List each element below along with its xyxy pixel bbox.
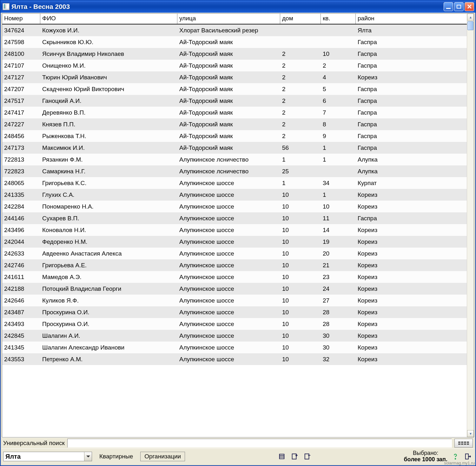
table-row[interactable]: 242188Потоцкий Владислав ГеоргиАлупкинск… bbox=[2, 283, 467, 295]
table-row[interactable]: 242646Куликов Я.Ф.Алупкинское шоссе1027К… bbox=[2, 295, 467, 306]
table-row[interactable]: 247227Князев П.П.Ай-Тодорский маяк28Гасп… bbox=[2, 118, 467, 130]
cell-street: Ай-Тодорский маяк bbox=[177, 142, 280, 154]
table-row[interactable]: 242044Федоренко Н.М.Алупкинское шоссе101… bbox=[2, 236, 467, 248]
window-title: Ялта - Весна 2003 bbox=[11, 3, 443, 10]
search-bar: Универсальный поиск bbox=[1, 437, 475, 449]
exit-icon[interactable] bbox=[463, 452, 473, 461]
table-row[interactable]: 243493Проскурина О.И.Алупкинское шоссе10… bbox=[2, 318, 467, 330]
table-row[interactable]: 722823Самаркина Н.Г.Алупкинское лсничест… bbox=[2, 165, 467, 177]
cell-street: Алупкинское шоссе bbox=[177, 295, 280, 306]
cell-number: 247207 bbox=[2, 83, 40, 95]
cell-street: Ай-Тодорский маяк bbox=[177, 83, 280, 95]
table-row[interactable]: 242845Шалагин А.И.Алупкинское шоссе1030К… bbox=[2, 330, 467, 342]
col-header-street[interactable]: улица bbox=[177, 14, 280, 24]
col-header-apartment[interactable]: кв. bbox=[321, 14, 356, 24]
cell-name: Ясинчук Владимир Николаев bbox=[40, 48, 177, 60]
onscreen-keyboard-button[interactable] bbox=[454, 439, 473, 448]
cell-house: 2 bbox=[280, 95, 321, 107]
table-body: 347624Кожухов И.И. Хлорат Васильевский р… bbox=[2, 24, 467, 437]
cell-name: Григорьева А.Е. bbox=[40, 259, 177, 271]
cell-number: 241335 bbox=[2, 189, 40, 201]
cell-name: Шалагин Александр Иванови bbox=[40, 342, 177, 353]
table-row[interactable]: 247173Максимюк И.И.Ай-Тодорский маяк561Г… bbox=[2, 142, 467, 154]
cell-number: 247598 bbox=[2, 36, 40, 48]
list-view-icon[interactable] bbox=[277, 452, 287, 461]
table-row[interactable]: 241611Мамедов А.Э.Алупкинское шоссе1023К… bbox=[2, 271, 467, 283]
svg-rect-6 bbox=[305, 454, 309, 459]
cell-district: Кореиз bbox=[356, 71, 419, 83]
cell-apartment: 24 bbox=[321, 283, 356, 295]
cell-house: 1 bbox=[280, 177, 321, 189]
col-header-name[interactable]: ФИО bbox=[40, 14, 177, 24]
table-row[interactable]: 247517Ганоцкий А.И.Ай-Тодорский маяк26Га… bbox=[2, 95, 467, 107]
cell-street: Ай-Тодорский маяк bbox=[177, 130, 280, 142]
cell-house: 56 bbox=[280, 142, 321, 154]
cell-name: Проскурина О.И. bbox=[40, 318, 177, 330]
minimize-button[interactable] bbox=[444, 2, 453, 11]
add-record-icon[interactable] bbox=[290, 452, 299, 461]
maximize-button[interactable] bbox=[454, 2, 464, 11]
cell-house: 10 bbox=[280, 236, 321, 248]
table-row[interactable]: 241345Шалагин Александр ИвановиАлупкинск… bbox=[2, 342, 467, 353]
cell-name: Сухарев В.П. bbox=[40, 212, 177, 224]
organizations-button[interactable]: Организации bbox=[140, 452, 185, 461]
cell-district: Гаспра bbox=[356, 83, 419, 95]
cell-apartment: 9 bbox=[321, 130, 356, 142]
table-row[interactable]: 247417Деревянко В.П.Ай-Тодорский маяк27Г… bbox=[2, 107, 467, 118]
col-header-number[interactable]: Номер bbox=[2, 14, 40, 24]
scroll-thumb[interactable] bbox=[467, 21, 473, 30]
table-row[interactable]: 241335Глухих С.А.Алупкинское шоссе101Кор… bbox=[2, 189, 467, 201]
help-icon[interactable] bbox=[451, 452, 460, 461]
table-row[interactable]: 242746Григорьева А.Е.Алупкинское шоссе10… bbox=[2, 259, 467, 271]
cell-house: 10 bbox=[280, 248, 321, 259]
cell-number: 241611 bbox=[2, 271, 40, 283]
cell-district: Кореиз bbox=[356, 295, 419, 306]
close-button[interactable]: ✕ bbox=[465, 2, 474, 11]
cell-house: 2 bbox=[280, 118, 321, 130]
cell-street: Алупкинское шоссе bbox=[177, 318, 280, 330]
table-row[interactable]: 244146Сухарев В.П.Алупкинское шоссе1011Г… bbox=[2, 212, 467, 224]
cell-house: 2 bbox=[280, 130, 321, 142]
scroll-down-button[interactable]: ▾ bbox=[467, 430, 474, 437]
dropdown-icon[interactable] bbox=[84, 452, 92, 461]
col-header-district[interactable]: район bbox=[356, 14, 419, 24]
table-row[interactable]: 247207Скадченко Юрий ВикторовичАй-Тодорс… bbox=[2, 83, 467, 95]
cell-name: Глухих С.А. bbox=[40, 189, 177, 201]
cell-district: Кореиз bbox=[356, 248, 419, 259]
table-row[interactable]: 248456Рыженкова Т.Н.Ай-Тодорский маяк29Г… bbox=[2, 130, 467, 142]
cell-district: Гаспра bbox=[356, 107, 419, 118]
table-row[interactable]: 247127Тюрин Юрий ИвановичАй-Тодорский ма… bbox=[2, 71, 467, 83]
cell-house: 10 bbox=[280, 201, 321, 212]
table-row[interactable]: 247598Скрынников Ю.Ю.Ай-Тодорский маякГа… bbox=[2, 36, 467, 48]
titlebar[interactable]: Ялта - Весна 2003 ✕ bbox=[1, 1, 475, 13]
cell-name: Куликов Я.Ф. bbox=[40, 295, 177, 306]
vertical-scrollbar[interactable]: ▴ ▾ bbox=[467, 14, 474, 437]
delete-record-icon[interactable] bbox=[302, 452, 312, 461]
cell-name: Ганоцкий А.И. bbox=[40, 95, 177, 107]
cell-name: Федоренко Н.М. bbox=[40, 236, 177, 248]
table-row[interactable]: 243553Петренко А.М.Алупкинское шоссе1032… bbox=[2, 353, 467, 365]
scroll-track[interactable] bbox=[467, 21, 474, 430]
cell-number: 242044 bbox=[2, 236, 40, 248]
col-header-house[interactable]: дом bbox=[280, 14, 321, 24]
cell-name: Шалагин А.И. bbox=[40, 330, 177, 342]
search-input[interactable] bbox=[67, 439, 452, 448]
table-row[interactable]: 248065Григорьева К.С.Алупкинское шоссе13… bbox=[2, 177, 467, 189]
table-row[interactable]: 247107Онищенко М.И.Ай-Тодорский маяк22Га… bbox=[2, 60, 467, 71]
cell-district: Гаспра bbox=[356, 142, 419, 154]
table-row[interactable]: 243487Проскурина О.И.Алупкинское шоссе10… bbox=[2, 306, 467, 318]
table-row[interactable]: 347624Кожухов И.И. Хлорат Васильевский р… bbox=[2, 24, 467, 36]
table-row[interactable]: 242284Пономаренко Н.А.Алупкинское шоссе1… bbox=[2, 201, 467, 212]
table-row[interactable]: 242633Авдеенко Анастасия АлексаАлупкинск… bbox=[2, 248, 467, 259]
scroll-up-button[interactable]: ▴ bbox=[467, 14, 474, 21]
cell-house: 10 bbox=[280, 212, 321, 224]
residential-button[interactable]: Квартирные bbox=[95, 452, 137, 461]
cell-apartment: 10 bbox=[321, 201, 356, 212]
cell-district: Кореиз bbox=[356, 306, 419, 318]
city-combo[interactable]: Ялта bbox=[3, 452, 92, 461]
table-row[interactable]: 722813Рязанкин Ф.М.Алупкинское лсничеств… bbox=[2, 154, 467, 165]
table-row[interactable]: 243496Коновалов Н.И.Алупкинское шоссе101… bbox=[2, 224, 467, 236]
cell-house bbox=[280, 24, 321, 36]
table-row[interactable]: 248100Ясинчук Владимир НиколаевАй-Тодорс… bbox=[2, 48, 467, 60]
cell-name: Самаркина Н.Г. bbox=[40, 165, 177, 177]
